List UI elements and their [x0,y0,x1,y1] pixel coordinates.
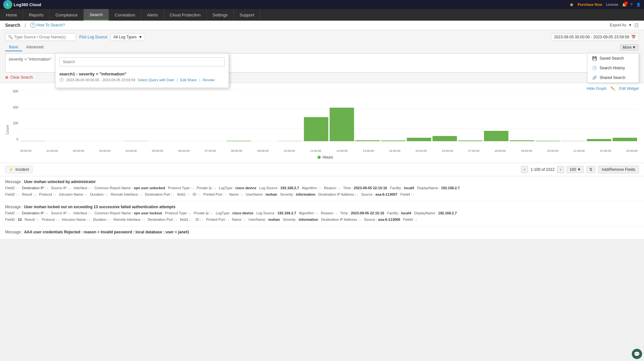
main-nav: Home Reports Compliance Search Correlati… [0,9,644,21]
x-tick-2: 02:00:00 [73,149,84,152]
help-icon[interactable]: ? [630,3,632,6]
source-input[interactable] [14,35,72,39]
svg-rect-8 [304,117,328,141]
pagination: ‹ 1-100 of 1012 › 100 ▼ ⇅ Add/Remove Fie… [521,166,639,173]
nav-item-cloud-protection[interactable]: Cloud Protection [164,9,207,21]
chevron-down-icon: ▼ [632,45,636,50]
shared-icon: 🔗 [592,75,597,80]
log-message-2: Message : User mohan locked out on excee… [5,205,639,209]
bell-icon[interactable]: 🔔 1 [622,3,627,7]
y-tick-200: 200 [13,122,18,125]
log-fields2-2: Field2 : - Destination IP : - Source IP … [5,210,639,216]
svg-rect-11 [381,141,405,141]
incident-badge[interactable]: ⚡ Incident [5,166,33,173]
svg-rect-10 [355,140,380,141]
svg-rect-9 [329,108,354,141]
circle-icon: ? [30,23,35,28]
x-tick-9: 09:00:00 [257,149,269,152]
tab-advanced[interactable]: Advanced [22,44,47,51]
add-remove-fields-btn[interactable]: Add/Remove Fields [598,166,639,173]
svg-rect-5 [124,141,148,141]
pagination-text: 1-100 of 1012 [531,167,554,172]
svg-rect-14 [458,141,483,141]
prev-page-btn[interactable]: ‹ [521,166,528,173]
x-tick-13: 13:00:00 [363,149,374,152]
nav-item-alerts[interactable]: Alerts [141,9,164,21]
shared-search-label: Shared Search [600,75,625,80]
calendar-icon: 📅 [631,35,636,39]
y-tick-0: 0 [13,138,18,141]
user-icon[interactable]: 👤 [636,3,641,7]
chart-area: Hide Graph ✏️ Edit Widget 600 400 200 0 … [0,83,644,163]
log-type-select[interactable]: All Log Types ▼ [110,33,145,41]
saved-search-input[interactable] [59,57,225,66]
x-tick-5: 05:00:00 [152,149,163,152]
dropdown-item-search-history[interactable]: 🕐 Search History [588,63,639,73]
nav-item-correlation[interactable]: Correlation [109,9,141,21]
how-to-search-link[interactable]: ? How To Search? [30,23,65,28]
purchase-now-link[interactable]: Purchase Now [578,3,602,6]
y-axis-label: Count [5,125,9,134]
nav-item-settings[interactable]: Settings [207,9,234,21]
nav-item-home[interactable]: Home [0,9,23,21]
more-button[interactable]: More ▼ [620,44,639,51]
svg-rect-19 [587,139,611,141]
nav-item-support[interactable]: Support [234,9,260,21]
date-range-value: 2023-09-05 00:00:00 - 2023-09-05 23:59:5… [554,35,629,39]
select-query-date-link[interactable]: Select Query with Date [138,78,174,82]
message-value-1: User mohan unlocked by administrator [24,180,96,184]
query-section: Basic Advanced More ▼ severity = "inform… [5,44,639,80]
search-tabs: Basic Advanced More ▼ [5,44,639,51]
incident-label: Incident [15,167,29,172]
saved-search-label: Saved Search [600,56,624,61]
message-label-2: Message : [5,205,24,209]
dropdown-item-shared-search[interactable]: 🔗 Shared Search [588,73,639,83]
x-tick-20: 20:00:00 [547,149,558,152]
x-tick-6: 06:00:00 [178,149,190,152]
x-tick-7: 07:00:00 [204,149,216,152]
svg-rect-13 [432,136,457,141]
clock-icon: 🕐 [59,78,64,82]
svg-rect-7 [278,141,303,141]
per-page-select[interactable]: 100 ▼ [567,166,584,173]
x-tick-17: 17:00:00 [468,149,479,152]
page-title: Search [5,23,20,28]
nav-item-reports[interactable]: Reports [23,9,50,21]
edit-share-link[interactable]: Edit Share [180,78,196,82]
svg-rect-17 [535,141,560,141]
date-range-picker[interactable]: 2023-09-05 00:00:00 - 2023-09-05 23:59:5… [551,33,639,41]
chart-legend: Hours [13,155,638,160]
x-tick-21: 21:00:00 [573,149,585,152]
x-tick-8: 08:00:00 [231,149,242,152]
nav-item-compliance[interactable]: Compliance [50,9,84,21]
logo-icon: L [3,0,12,9]
pick-log-source-link[interactable]: Pick Log Source [79,35,107,39]
nav-item-search[interactable]: Search [84,9,109,21]
dropdown-item-saved-search[interactable]: 💾 Saved Search [588,54,639,63]
sort-icon[interactable]: ⇅ [586,166,595,173]
tab-basic[interactable]: Basic [5,44,22,51]
svg-rect-16 [510,140,534,141]
y-tick-600: 600 [13,90,18,93]
x-tick-23: 23:00:00 [626,149,638,152]
saved-search-meta: 🕐 2023-09-05 00:00:00 - 2023-09-05 23:59… [59,78,225,82]
log-fields3-1: Field3 : - Result : - Protocol : - Intru… [5,192,639,198]
results-header: ⚡ Incident ‹ 1-100 of 1012 › 100 ▼ ⇅ Add… [0,163,644,176]
x-tick-16: 16:00:00 [442,149,453,152]
x-tick-1: 01:00:00 [47,149,58,152]
x-tick-22: 22:00:00 [600,149,611,152]
results-area: ⚡ Incident ‹ 1-100 of 1012 › 100 ▼ ⇅ Add… [0,163,644,239]
saved-search-icon: 💾 [592,56,597,61]
revoke-link[interactable]: Revoke [203,78,215,82]
svg-rect-15 [484,131,508,141]
next-page-btn[interactable]: › [557,166,564,173]
logo-area: L Log360 Cloud [3,0,41,9]
saved-search-item: search1 - severity = "information" 🕐 202… [59,70,225,84]
license-link[interactable]: License [606,3,618,6]
x-tick-4: 04:00:00 [126,149,137,152]
svg-rect-18 [561,141,585,141]
more-label: More [623,45,631,50]
x-tick-14: 14:00:00 [389,149,400,152]
log-entry: Message : User mohan unlocked by adminis… [0,176,644,201]
export-as-btn[interactable]: Export As ▼ 📋 [610,23,639,27]
